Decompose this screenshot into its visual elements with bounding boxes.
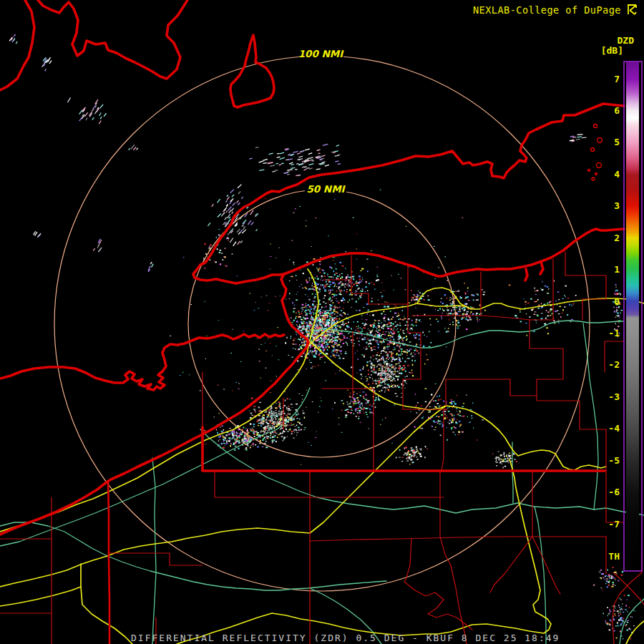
colorbar-tick--5: -5: [608, 455, 620, 466]
colorbar-product-label: DZD: [618, 35, 635, 46]
colorbar-tick-3: 3: [614, 200, 620, 211]
colorbar-tick--4: -4: [608, 423, 620, 434]
colorbar-unit-label: [dB]: [601, 45, 623, 56]
colorbar-tick--2: -2: [608, 359, 620, 370]
range-ring-label-1: 100 NMI: [298, 48, 345, 59]
colorbar-tick-7: 7: [614, 74, 620, 84]
header: NEXLAB-College of DuPage: [473, 4, 636, 16]
colorbar-tick-2: 2: [614, 233, 620, 243]
colorbar-threshold-label: TH: [608, 551, 620, 562]
colorbar-tick-6: 6: [614, 105, 620, 116]
page-title: NEXLAB-College of DuPage: [473, 4, 621, 16]
colorbar-tick-5: 5: [614, 137, 620, 147]
colorbar-tick--1: -1: [608, 328, 620, 338]
range-ring-label-0: 50 NMI: [306, 183, 346, 195]
colorbar-tick-4: 4: [614, 169, 620, 180]
colorbar-tick--6: -6: [608, 487, 620, 497]
colorbar-scale: [626, 62, 639, 570]
colorbar-tick--3: -3: [608, 391, 620, 402]
colorbar-tick-1: 1: [614, 264, 620, 275]
colorbar-tick-0: 0: [614, 296, 620, 307]
product-caption: DIFFERENTIAL REFLECTIVITY (ZDR) 0.5 DEG …: [131, 633, 560, 643]
colorbar-tick--7: -7: [608, 519, 620, 530]
radar-display: 50 NMI100 NMI DZD [dB] 76543210-1-2-3-4-…: [0, 0, 644, 644]
